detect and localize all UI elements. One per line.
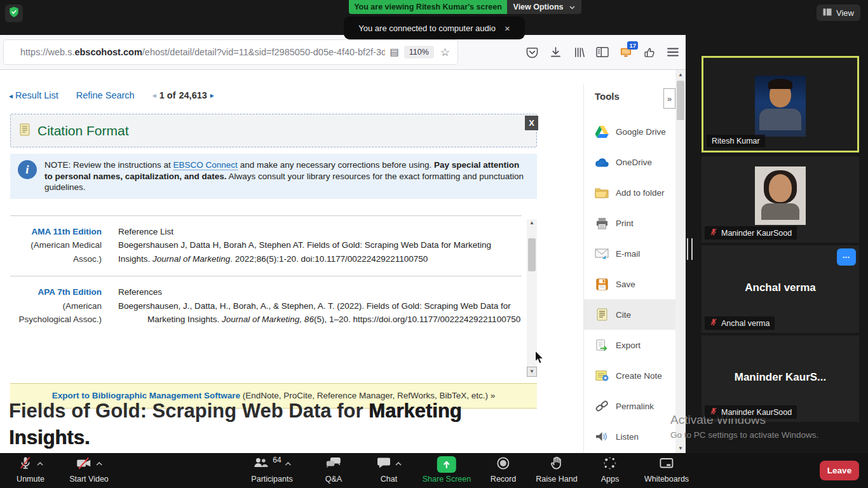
whiteboards-button[interactable]: Whiteboards [644, 456, 689, 484]
tool-email[interactable]: E-mail [584, 238, 676, 269]
page-total: 24,613 [179, 90, 207, 100]
participants-button[interactable]: 64 Participants [251, 456, 292, 484]
citation-style-org: (American Psychological Assoc.) [18, 301, 102, 325]
menu-hamburger-icon[interactable] [666, 45, 680, 59]
citation-style-org: (American Medical Assoc.) [31, 240, 102, 264]
record-button[interactable]: Record [491, 456, 516, 484]
participant-more-button[interactable]: ••• [837, 248, 856, 266]
citation-note: i NOTE: Review the instructions at EBSCO… [10, 154, 537, 199]
tool-google-drive[interactable]: Google Drive [584, 116, 676, 147]
participants-options-caret[interactable] [285, 462, 292, 467]
scrollbar-thumb[interactable] [677, 81, 684, 120]
citation-heading: Reference List [118, 225, 522, 239]
scroll-up-icon[interactable]: ▲ [527, 220, 537, 226]
tool-onedrive[interactable]: OneDrive [584, 147, 676, 177]
dialog-title: Citation Format [37, 123, 129, 139]
bookmark-star-icon[interactable]: ☆ [440, 46, 450, 59]
shared-screen: https://web.s.ebscohost.com/ehost/detail… [0, 35, 686, 453]
url-text: https://web.s.ebscohost.com/ehost/detail… [20, 47, 385, 57]
panel-resize-handle[interactable] [687, 238, 693, 260]
view-options-button[interactable]: View Options [507, 0, 581, 14]
page-scrollbar[interactable]: ▲ ▼ [675, 70, 686, 453]
mic-options-caret[interactable] [37, 462, 43, 467]
participant-center-name: Maninder KaurS... [702, 371, 859, 384]
ebsco-connect-link[interactable]: EBSCO Connect [173, 160, 238, 170]
scroll-up-icon[interactable]: ▲ [675, 72, 686, 78]
apps-button[interactable]: Apps [601, 456, 620, 484]
mic-muted-icon [18, 456, 33, 473]
tool-listen[interactable]: Listen [584, 421, 676, 452]
share-screen-button[interactable]: Share Screen [423, 456, 471, 484]
leave-button[interactable]: Leave [820, 461, 859, 480]
scrollbar-thumb[interactable] [528, 238, 536, 271]
prev-record-icon[interactable]: ◂ [153, 91, 156, 100]
info-icon: i [18, 160, 37, 179]
citation-text: Boegershausen J, Datta H, Borah A, Steph… [118, 238, 522, 266]
tool-export[interactable]: Export [584, 330, 676, 360]
unmute-button[interactable]: Unmute [17, 456, 44, 484]
tool-permalink[interactable]: Permalink [584, 391, 676, 421]
view-grid-icon [823, 8, 832, 18]
scroll-down-icon[interactable]: ▼ [675, 445, 686, 451]
participant-tile-anchal[interactable]: ••• Anchal verma Anchal verma [702, 245, 859, 333]
chevron-down-icon [569, 3, 575, 11]
whiteboard-icon [659, 456, 674, 473]
next-record-icon[interactable]: ▸ [210, 91, 214, 100]
tool-print[interactable]: Print [584, 208, 676, 238]
library-icon[interactable] [572, 45, 586, 59]
result-list-link[interactable]: ◂ Result List [9, 90, 58, 100]
participant-name-tag: Ritesh Kumar [707, 135, 765, 147]
screen-extension-icon[interactable]: 17 [619, 45, 633, 59]
view-layout-button[interactable]: View [817, 4, 860, 21]
participant-video-maninder[interactable]: Maninder KaurSood [702, 156, 859, 243]
video-options-caret[interactable] [96, 462, 102, 467]
dialog-close-button[interactable]: X [525, 116, 538, 130]
view-button-label: View [836, 8, 854, 18]
note-text: NOTE: Review the instructions at [44, 160, 173, 170]
tools-collapse-button[interactable]: » [663, 88, 675, 109]
permalink-icon [594, 400, 609, 412]
sidebar-toggle-icon[interactable] [595, 45, 609, 59]
video-muted-icon [76, 456, 92, 473]
dialog-scrollbar[interactable]: ▲ ▼ [527, 219, 537, 377]
chat-options-caret[interactable] [395, 462, 402, 467]
start-video-button[interactable]: Start Video [69, 456, 109, 484]
cite-icon [594, 308, 609, 321]
citation-row-apa: APA 7th Edition (American Psychological … [10, 276, 522, 337]
tools-panel: Tools » Google Drive OneDrive Add to fol… [583, 83, 675, 453]
reader-mode-icon[interactable]: ▤ [390, 46, 399, 58]
tool-create-note[interactable]: Create Note [584, 360, 676, 391]
participants-count-badge: 64 [273, 456, 281, 464]
toast-close-icon[interactable]: × [505, 23, 510, 34]
citation-style-name: AMA 11th Edition [32, 227, 102, 236]
citation-heading: References [118, 285, 522, 299]
dialog-header: Citation Format X [10, 114, 537, 147]
google-drive-icon [594, 126, 609, 138]
participant-video-ritesh[interactable]: Ritesh Kumar [702, 56, 859, 152]
security-shield-button[interactable] [5, 4, 23, 22]
browser-toolbar: https://web.s.ebscohost.com/ehost/detail… [0, 35, 686, 70]
address-bar[interactable]: https://web.s.ebscohost.com/ehost/detail… [4, 40, 458, 64]
zoom-level-indicator[interactable]: 110% [404, 46, 434, 58]
raise-hand-button[interactable]: Raise Hand [536, 456, 577, 484]
participant-center-name: Anchal verma [702, 281, 859, 294]
extension-badge: 17 [627, 41, 638, 50]
pocket-icon[interactable] [525, 45, 539, 59]
downloads-icon[interactable] [548, 45, 562, 59]
view-options-label: View Options [513, 3, 564, 11]
shield-check-icon [8, 6, 20, 20]
refine-search-link[interactable]: Refine Search [76, 90, 135, 100]
thumbs-up-extension-icon[interactable] [642, 45, 656, 59]
scroll-down-icon[interactable]: ▼ [527, 367, 537, 377]
qa-button[interactable]: Q&A [325, 456, 342, 484]
citation-style-name: APA 7th Edition [38, 287, 102, 297]
toast-text: You are connected to computer audio [358, 24, 496, 33]
tool-cite[interactable]: Cite [584, 299, 676, 330]
chat-button[interactable]: Chat [376, 456, 402, 484]
note-text: and make any necessary corrections befor… [238, 160, 434, 170]
tool-add-to-folder[interactable]: Add to folder [584, 177, 676, 208]
participant-tile-maninder2[interactable]: Maninder KaurS... Maninder KaurSood [702, 336, 859, 422]
muted-mic-icon [710, 228, 717, 238]
back-arrow-icon: ◂ [9, 92, 13, 100]
tool-save[interactable]: Save [584, 269, 676, 299]
